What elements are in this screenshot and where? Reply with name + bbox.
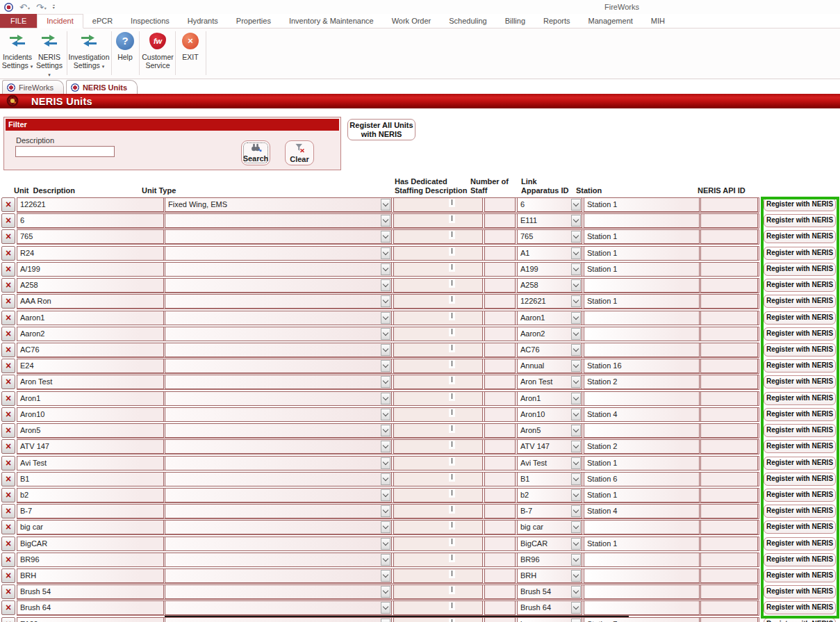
chevron-down-icon[interactable]: [571, 505, 581, 517]
has-dedicated-staffing-cell[interactable]: [393, 391, 483, 406]
station-cell[interactable]: [584, 311, 700, 325]
delete-row-button[interactable]: ×: [1, 278, 15, 293]
chevron-down-icon[interactable]: [571, 570, 581, 582]
register-with-neris-button[interactable]: Register with NERIS: [764, 230, 836, 243]
redo-dropdown-icon[interactable]: ▾: [44, 6, 47, 12]
has-dedicated-staffing-cell[interactable]: [393, 278, 483, 293]
chevron-down-icon[interactable]: [381, 376, 390, 388]
station-cell[interactable]: Station 1: [584, 246, 700, 261]
station-cell[interactable]: Station 4: [584, 407, 700, 422]
number-of-staff-cell[interactable]: [484, 423, 516, 438]
unit-type-cell[interactable]: [165, 375, 392, 389]
unit-description-cell[interactable]: Aaron1: [17, 311, 164, 325]
unit-type-cell[interactable]: [165, 213, 392, 228]
link-apparatus-id-cell[interactable]: A258: [517, 278, 582, 293]
unit-type-cell[interactable]: [165, 617, 392, 622]
delete-row-button[interactable]: ×: [1, 439, 15, 454]
customize-toolbar-button[interactable]: ▾: [53, 5, 55, 10]
number-of-staff-cell[interactable]: [484, 568, 516, 583]
register-with-neris-button[interactable]: Register with NERIS: [764, 440, 836, 453]
link-apparatus-id-cell[interactable]: Avi Test: [517, 456, 582, 470]
station-cell[interactable]: Station 1: [584, 229, 700, 244]
neris-api-id-cell[interactable]: [700, 343, 758, 357]
neris-api-id-cell[interactable]: [700, 553, 758, 567]
chevron-down-icon[interactable]: [381, 521, 390, 533]
doc-tab-neris-units[interactable]: NERIS Units: [66, 80, 138, 94]
link-apparatus-id-cell[interactable]: AC76: [517, 343, 582, 357]
chevron-down-icon[interactable]: [381, 505, 390, 517]
link-apparatus-id-cell[interactable]: Brush 64: [517, 600, 582, 615]
delete-row-button[interactable]: ×: [1, 617, 15, 622]
unit-description-cell[interactable]: B-7: [17, 504, 164, 518]
link-apparatus-id-cell[interactable]: BR96: [517, 553, 582, 567]
tab-billing[interactable]: Billing: [496, 14, 534, 28]
station-cell[interactable]: Station 1: [584, 197, 700, 212]
chevron-down-icon[interactable]: [571, 554, 581, 566]
delete-row-button[interactable]: ×: [1, 359, 15, 373]
link-apparatus-id-cell[interactable]: 765: [517, 229, 582, 244]
unit-type-cell[interactable]: [165, 359, 392, 373]
unit-type-cell[interactable]: [165, 278, 392, 293]
unit-description-cell[interactable]: 765: [17, 229, 164, 244]
has-dedicated-staffing-cell[interactable]: [393, 617, 483, 622]
chevron-down-icon[interactable]: [571, 344, 581, 356]
unit-type-cell[interactable]: [165, 520, 392, 534]
link-apparatus-id-cell[interactable]: E111: [517, 213, 582, 228]
chevron-down-icon[interactable]: [571, 215, 581, 227]
delete-row-button[interactable]: ×: [1, 343, 15, 357]
number-of-staff-cell[interactable]: [484, 343, 516, 357]
chevron-down-icon[interactable]: [381, 489, 390, 501]
chevron-down-icon[interactable]: [381, 393, 390, 404]
number-of-staff-cell[interactable]: [484, 197, 516, 212]
number-of-staff-cell[interactable]: [484, 600, 516, 615]
register-with-neris-button[interactable]: Register with NERIS: [764, 214, 836, 227]
station-cell[interactable]: [584, 520, 700, 534]
chevron-down-icon[interactable]: [381, 215, 390, 227]
unit-type-cell[interactable]: [165, 229, 392, 244]
link-apparatus-id-cell[interactable]: BigCAR: [517, 537, 582, 551]
number-of-staff-cell[interactable]: [484, 504, 516, 518]
number-of-staff-cell[interactable]: [484, 262, 516, 277]
delete-row-button[interactable]: ×: [1, 520, 15, 534]
app-logo-icon[interactable]: [4, 3, 13, 12]
number-of-staff-cell[interactable]: [484, 229, 516, 244]
register-with-neris-button[interactable]: Register with NERIS: [764, 198, 836, 211]
number-of-staff-cell[interactable]: [484, 472, 516, 486]
number-of-staff-cell[interactable]: [484, 617, 516, 622]
tab-management[interactable]: Management: [579, 14, 642, 28]
neris-api-id-cell[interactable]: [700, 391, 758, 406]
chevron-down-icon[interactable]: [381, 247, 390, 259]
station-cell[interactable]: Station 16: [584, 359, 700, 373]
has-dedicated-staffing-cell[interactable]: [393, 423, 483, 438]
unit-description-cell[interactable]: Brush 54: [17, 584, 164, 599]
has-dedicated-staffing-cell[interactable]: [393, 472, 483, 486]
delete-row-button[interactable]: ×: [1, 537, 15, 551]
number-of-staff-cell[interactable]: [484, 456, 516, 470]
tab-incident[interactable]: Incident: [37, 14, 83, 28]
chevron-down-icon[interactable]: [571, 619, 581, 622]
register-with-neris-button[interactable]: Register with NERIS: [764, 359, 836, 373]
chevron-down-icon[interactable]: [571, 521, 581, 533]
register-with-neris-button[interactable]: Register with NERIS: [764, 537, 836, 550]
unit-description-cell[interactable]: Avi Test: [17, 456, 164, 470]
investigation-settings-button[interactable]: Investigation Settings ▾: [68, 31, 110, 77]
has-dedicated-staffing-cell[interactable]: [393, 213, 483, 228]
unit-type-cell[interactable]: [165, 600, 392, 615]
chevron-down-icon[interactable]: [381, 602, 390, 614]
register-with-neris-button[interactable]: Register with NERIS: [764, 489, 836, 502]
unit-description-cell[interactable]: A258: [17, 278, 164, 293]
register-with-neris-button[interactable]: Register with NERIS: [764, 618, 836, 622]
neris-api-id-cell[interactable]: [700, 294, 758, 309]
unit-type-cell[interactable]: [165, 246, 392, 261]
chevron-down-icon[interactable]: [571, 457, 581, 469]
unit-description-cell[interactable]: Aron10: [17, 407, 164, 422]
has-dedicated-staffing-cell[interactable]: [393, 343, 483, 357]
tab-properties[interactable]: Properties: [227, 14, 280, 28]
neris-api-id-cell[interactable]: [700, 197, 758, 212]
delete-row-button[interactable]: ×: [1, 197, 15, 212]
neris-settings-button[interactable]: NERIS Settings ▾: [35, 31, 64, 77]
unit-description-cell[interactable]: big car: [17, 520, 164, 534]
chevron-down-icon[interactable]: [571, 312, 581, 324]
tab-file[interactable]: FILE: [0, 14, 37, 28]
neris-api-id-cell[interactable]: [700, 311, 758, 325]
